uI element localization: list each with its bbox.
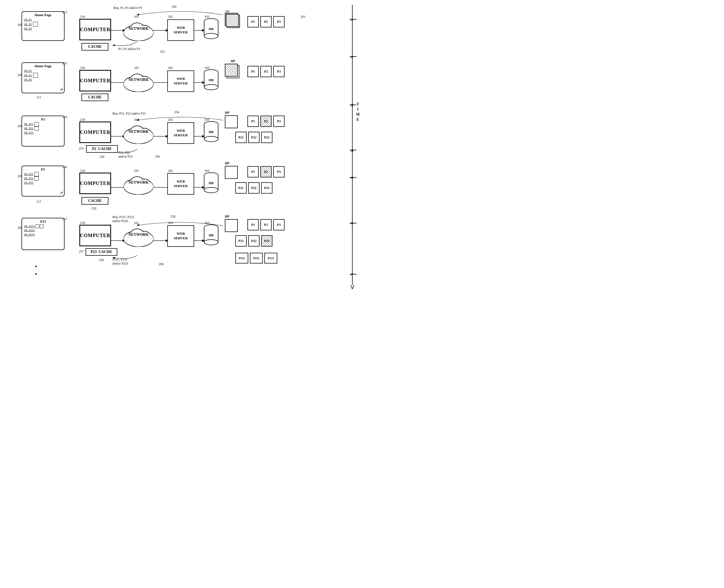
annot-101-r2: 101 — [134, 66, 139, 70]
annot-202-r3: 202 — [168, 118, 173, 122]
homepage-title-r3: P2 — [24, 117, 62, 122]
ref-p3-r2: P3 — [273, 66, 285, 77]
req-note-r3: 254 — [174, 110, 179, 114]
annot-101-r1: 101 — [134, 15, 139, 19]
ref-hp-box-r5 — [225, 219, 238, 232]
annot-101-r5: 101 — [134, 221, 139, 225]
annot-220-r5: 220 — [99, 258, 104, 262]
computer-box-r5: COMPUTER — [79, 225, 111, 246]
db-r2: DB — [203, 68, 219, 90]
svg-point-45 — [204, 84, 218, 90]
return-label-r3: P21, P22 and/or P23 — [118, 151, 132, 159]
homepage-box-r2: Home Page HL P1 HL P2 HL P3 ↗ — [22, 62, 65, 93]
webserver-box-r2: WEBSERVER — [167, 70, 194, 92]
ref-hp-box-r4 — [225, 166, 238, 179]
ref-p23-r5: P23 — [261, 235, 272, 247]
homepage-links-r5: HL P231 HL P232 HL P233 — [24, 224, 62, 237]
return-label-r5: P231, P232 and/or P233 — [112, 257, 128, 266]
ref-p23-r3: P23 — [261, 132, 272, 143]
link-hlp232-r5: HL P232 — [24, 228, 62, 232]
tick-t6: t6 — [350, 221, 353, 225]
computer-box-r4: COMPUTER — [79, 173, 111, 194]
db-r3: DB — [203, 121, 219, 142]
link-hlp1-r1: HL P1 — [24, 18, 62, 22]
ref-p2-r5: P2 — [260, 219, 272, 230]
ref-p22-r3: P22 — [248, 132, 260, 143]
annot-218-r5: 218 — [80, 221, 85, 225]
diagram: 200 Home Page HL P1 HL P2 HL P3 215 218 … — [0, 0, 362, 294]
svg-text:DB: DB — [209, 78, 213, 82]
checkbox-r2 — [33, 73, 38, 78]
cache-box-r3: P2 CACHE — [86, 145, 118, 153]
ref-p1-r1: P1 — [247, 16, 259, 27]
ref-p2-r3: P2 — [260, 115, 272, 127]
ref-p1-r5: P1 — [247, 219, 259, 230]
cb2-r4 — [35, 176, 39, 181]
network-cloud-r3: NETWORK — [122, 120, 154, 144]
cache-box-r5: P23 CACHE — [85, 248, 117, 256]
network-cloud-r4: NETWORK — [122, 170, 154, 195]
cb2-r5 — [40, 225, 44, 228]
homepage-box-r3: P2 HL P21 HL P22 HL P23 — [22, 115, 65, 147]
link-hlp3-r2: HL P3 — [24, 78, 62, 82]
ref-p3-r3: P3 — [273, 115, 285, 127]
link-hlp23-r4: HL P23 — [24, 181, 62, 185]
annot-218-r3: 218 — [80, 118, 85, 122]
webserver-label-r4: WEBSERVER — [174, 179, 188, 188]
annot-202-r2: 202 — [168, 66, 173, 70]
link-hlp22-r3: HL P22 — [24, 126, 33, 130]
ref-subpages-r3: P21 P22 P23 — [235, 132, 272, 143]
homepage-title-r1: Home Page — [24, 13, 62, 17]
cache-label-r4: CACHE — [88, 199, 102, 203]
webserver-box-r1: WEBSERVER — [167, 19, 194, 41]
ref-hp-box-r3 — [225, 115, 238, 128]
network-label-r3: NETWORK — [128, 130, 149, 134]
cache-box-r4: CACHE — [82, 197, 108, 205]
req-note-r1: 250 — [171, 5, 177, 9]
cache-box-r1: CACHE — [82, 43, 108, 50]
homepage-links-r1: HL P1 HL P2 HL P3 — [24, 18, 62, 31]
ref-p3-r1: P3 — [273, 16, 285, 27]
homepage-box-r5: P23 HL P231 HL P232 HL P233 — [22, 218, 65, 250]
homepage-links-r4: HL P21 HL P22 HL P23 — [24, 172, 62, 185]
webserver-label-r3: WEBSERVER — [174, 128, 188, 138]
annot-220-r4: 220 — [91, 207, 96, 211]
cursor-r4: ↗ — [59, 190, 63, 195]
network-cloud-r2: NETWORK — [122, 68, 154, 92]
annot-112-r2: 112 — [36, 96, 41, 100]
svg-text:DB: DB — [209, 233, 213, 237]
annot-112-r4: 112 — [36, 200, 41, 204]
tick-t7: t7 — [350, 272, 353, 277]
ref-p1-r3: P1 — [247, 115, 259, 127]
checkbox-r1 — [33, 22, 38, 27]
annot-215-r1: 215 — [62, 10, 67, 14]
link-hlp2-r1: HL P2 — [24, 22, 32, 26]
svg-point-67 — [204, 187, 218, 193]
cb1-r4 — [35, 172, 39, 176]
cb1-r5 — [36, 225, 39, 228]
tick-t1: t1 — [350, 18, 353, 22]
svg-line-17 — [352, 285, 354, 289]
annot-202-r4: 202 — [168, 169, 173, 173]
ref-p1-r4: P1 — [247, 166, 259, 177]
network-cloud-r1: NETWORK — [122, 17, 154, 41]
tick-t5: t5 — [350, 175, 353, 180]
annot-101-r3: 101 — [134, 118, 139, 122]
req-label-r3: Req. P21, P22 and/or P23 — [112, 111, 146, 115]
ref-p21-r5: P21 — [235, 235, 247, 247]
svg-text:DB: DB — [209, 181, 213, 185]
link-hlp23-r3: HL P23 — [24, 131, 62, 135]
ref-hp-area-r2: HP — [225, 59, 241, 80]
tick-t2: t2 — [350, 55, 353, 59]
return-label-r1: P1, P2 and/or P3 — [118, 47, 140, 51]
continuation-dots: • — [35, 264, 37, 270]
cache-label-r1: CACHE — [88, 45, 102, 49]
link-hlp3-r1: HL P3 — [24, 27, 62, 30]
time-label: TIME — [355, 102, 360, 123]
homepage-links-r3: HL P21 HL P22 HL P23 — [24, 122, 62, 135]
cache-label-r5: P23 CACHE — [91, 250, 112, 254]
ref-p23-r4: P23 — [261, 182, 272, 194]
ref-pages-r1: P1 P2 P3 — [247, 16, 285, 27]
db-r4: DB — [203, 171, 219, 193]
ref-pages-r5: P1 P2 P3 — [247, 219, 285, 230]
